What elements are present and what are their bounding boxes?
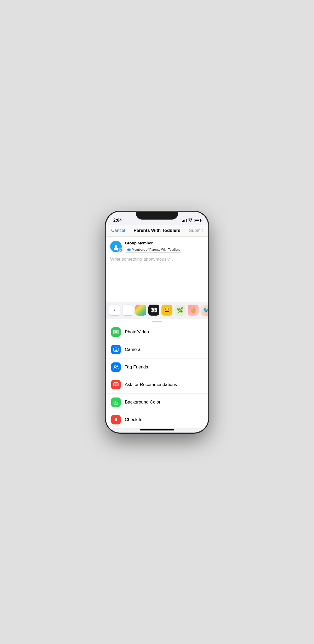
sticker-leaf[interactable]: 🌿: [175, 305, 186, 316]
check-in-label: Check In: [125, 417, 142, 422]
svg-point-14: [117, 365, 118, 366]
action-tag-friends[interactable]: Tag Friends: [106, 359, 208, 376]
action-camera[interactable]: Camera: [106, 341, 208, 359]
status-icons: [182, 219, 201, 223]
sticker-back-button[interactable]: ‹: [109, 305, 120, 316]
svg-point-3: [120, 250, 120, 251]
signal-bars-icon: [182, 219, 187, 222]
action-recommendations[interactable]: Ask for Recommendations: [106, 376, 208, 394]
sheet-handle: [152, 321, 162, 322]
status-time: 2:04: [113, 218, 122, 223]
cancel-button[interactable]: Cancel: [111, 228, 125, 233]
svg-point-11: [117, 349, 118, 349]
action-check-in[interactable]: Check In: [106, 411, 208, 429]
svg-point-12: [114, 365, 116, 367]
tag-friends-icon: [111, 362, 121, 372]
photo-video-icon: [111, 327, 121, 337]
page-title: Parents With Toddlers: [125, 228, 189, 233]
composer-name: Group Member: [125, 241, 182, 245]
camera-icon: [111, 345, 121, 354]
notch: [136, 212, 178, 220]
battery-icon: [194, 219, 201, 222]
sticker-pink[interactable]: 🥚: [188, 305, 199, 316]
composer-area: Group Member 👥 Members of Parents With T…: [106, 237, 208, 302]
sticker-smile[interactable]: 😀: [161, 305, 172, 316]
shield-icon: [119, 249, 121, 252]
svg-point-19: [115, 418, 116, 419]
check-in-icon: [111, 415, 121, 424]
sticker-eyes[interactable]: 👀: [148, 305, 159, 316]
composer-header: Group Member 👥 Members of Parents With T…: [110, 241, 204, 253]
wifi-icon: [188, 219, 192, 223]
avatar: [110, 241, 122, 252]
screen: 2:04: [106, 212, 208, 433]
recommendations-label: Ask for Recommendations: [125, 382, 177, 387]
sticker-blank[interactable]: [122, 305, 133, 316]
screen-content: 2:04: [106, 212, 208, 433]
action-background-color[interactable]: Aa Background Color: [106, 394, 208, 411]
tag-friends-label: Tag Friends: [125, 365, 148, 370]
svg-point-9: [115, 349, 117, 351]
action-photo-video[interactable]: Photo/Video: [106, 323, 208, 341]
svg-text:Aa: Aa: [114, 401, 119, 404]
action-list: Photo/Video Camera: [106, 323, 208, 429]
recommendations-icon: [111, 380, 121, 389]
submit-button: Submit: [189, 228, 203, 233]
audience-label: Members of Parents With Toddlers: [132, 248, 180, 251]
sticker-floral[interactable]: 🐦: [201, 305, 208, 316]
group-icon: 👥: [127, 248, 131, 251]
avatar-badge: [117, 248, 122, 253]
sheet-handle-area: [106, 318, 208, 323]
background-color-icon: Aa: [111, 397, 121, 407]
home-indicator: [140, 429, 174, 430]
composer-input[interactable]: Write something anonymously...: [110, 256, 204, 298]
nav-bar: Cancel Parents With Toddlers Submit: [106, 225, 208, 237]
phone-frame: 2:04: [106, 212, 208, 433]
background-color-label: Background Color: [125, 400, 160, 405]
composer-info: Group Member 👥 Members of Parents With T…: [125, 241, 182, 253]
svg-point-1: [115, 245, 117, 247]
svg-rect-10: [115, 348, 117, 348]
svg-rect-8: [114, 348, 118, 351]
svg-rect-7: [115, 330, 117, 331]
audience-pill[interactable]: 👥 Members of Parents With Toddlers: [125, 247, 182, 253]
sticker-colorful[interactable]: [135, 305, 146, 316]
camera-label: Camera: [125, 347, 141, 352]
photo-video-label: Photo/Video: [125, 329, 149, 335]
sticker-row: ‹ 👀 😀 🌿 🥚: [106, 302, 208, 318]
svg-point-6: [115, 331, 117, 333]
